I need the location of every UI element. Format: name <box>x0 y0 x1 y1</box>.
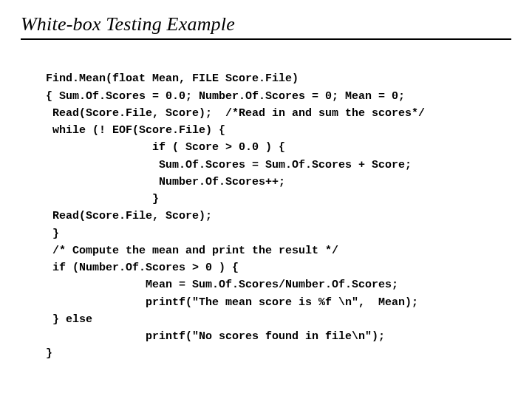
code-block: Find.Mean(float Mean, FILE Score.File) {… <box>46 53 511 363</box>
code-line: Find.Mean(float Mean, FILE Score.File) <box>46 72 299 85</box>
code-line: /* Compute the mean and print the result… <box>46 245 338 257</box>
code-line: { Sum.Of.Scores = 0.0; Number.Of.Scores … <box>46 90 405 103</box>
code-line: if (Number.Of.Scores > 0 ) { <box>46 262 239 274</box>
code-line: Read(Score.File, Score); <box>46 210 212 222</box>
code-line: if ( Score > 0.0 ) { <box>46 141 285 154</box>
code-line: printf("The mean score is %f \n", Mean); <box>46 296 418 309</box>
code-line: Sum.Of.Scores = Sum.Of.Scores + Score; <box>46 159 412 171</box>
code-line: printf("No scores found in file\n"); <box>46 330 385 343</box>
code-line: while (! EOF(Score.File) { <box>46 124 225 137</box>
code-line: Number.Of.Scores++; <box>46 176 285 188</box>
code-line: Read(Score.File, Score); /*Read in and s… <box>46 107 425 120</box>
code-line: Mean = Sum.Of.Scores/Number.Of.Scores; <box>46 279 398 291</box>
slide-title: White-box Testing Example <box>21 13 511 40</box>
code-line: } <box>46 347 52 360</box>
code-line: } else <box>46 313 92 326</box>
code-line: } <box>46 228 59 240</box>
code-line: } <box>46 193 159 205</box>
